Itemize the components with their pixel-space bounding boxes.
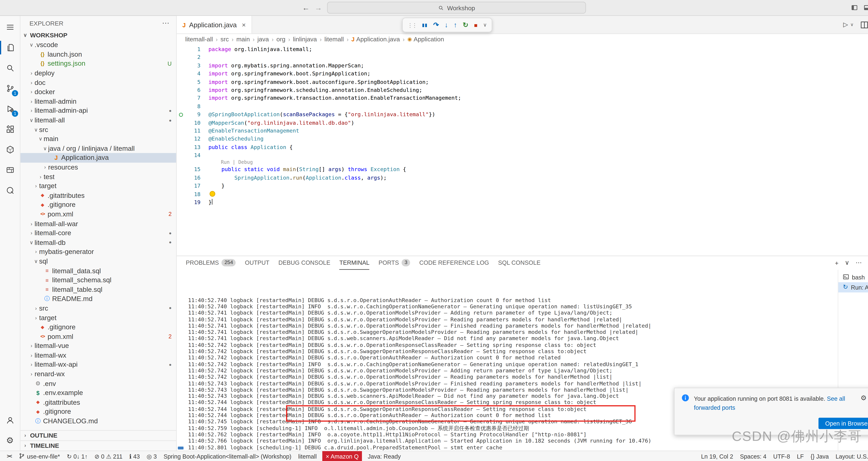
new-terminal-icon[interactable]: +	[835, 259, 838, 266]
chevron-down-icon[interactable]: ∨	[28, 117, 35, 123]
source-control-icon[interactable]: 1	[0, 78, 20, 98]
tree-item-gitignore[interactable]: ◆.gitignore	[20, 407, 176, 416]
drag-grip-icon[interactable]: ⋮⋮	[407, 22, 416, 28]
toggle-sidebar-icon[interactable]	[851, 4, 858, 11]
tree-item-gitignore[interactable]: ◆.gitignore	[20, 200, 176, 209]
tree-item-litemall-db[interactable]: ∨litemall-db●	[20, 238, 176, 247]
tree-item-litemall-wx-api[interactable]: ›litemall-wx-api●	[20, 360, 176, 369]
tree-item-java-org-linlinjava-litemall[interactable]: ∨java / org / linlinjava / litemall	[20, 144, 176, 153]
chevron-down-icon[interactable]: ∨	[33, 127, 39, 133]
nav-back-button[interactable]: ←	[302, 3, 310, 12]
tree-item-test[interactable]: ›test	[20, 172, 176, 181]
explorer-icon[interactable]	[0, 37, 20, 58]
chevron-down-icon[interactable]: ∨	[37, 136, 43, 142]
panel-tab-debug-console[interactable]: DEBUG CONSOLE	[278, 256, 330, 269]
menu-icon[interactable]	[0, 17, 20, 37]
chevron-right-icon[interactable]: ›	[28, 89, 35, 95]
statusbar-indentation[interactable]: Spaces: 4	[737, 451, 770, 461]
stop-icon[interactable]: ■	[474, 22, 477, 28]
statusbar-project-litemall[interactable]: litemall	[295, 451, 320, 461]
chevron-right-icon[interactable]: ›	[28, 371, 35, 377]
tree-item-litemall-vue[interactable]: ›litemall-vue	[20, 341, 176, 350]
more-actions-icon[interactable]: ⋯	[856, 259, 862, 266]
step-over-icon[interactable]: ↷	[433, 21, 439, 29]
tree-item-doc[interactable]: ›doc	[20, 78, 176, 87]
statusbar-eol[interactable]: LF	[794, 451, 807, 461]
tree-item-litemall-core[interactable]: ›litemall-core●	[20, 228, 176, 238]
chevron-right-icon[interactable]: ›	[33, 315, 39, 321]
tree-item-settings-json[interactable]: {}settings.jsonU	[20, 59, 176, 68]
breadcrumb-item-litemall[interactable]: litemall	[324, 36, 344, 42]
amazon-q-icon[interactable]	[0, 180, 20, 201]
chevron-right-icon[interactable]: ›	[28, 108, 35, 114]
statusbar-git-sync[interactable]: ↻ 0↓ 1↑	[63, 451, 91, 461]
panel-tab-code-reference-log[interactable]: CODE REFERENCE LOG	[419, 256, 489, 269]
nav-forward-button[interactable]: →	[315, 3, 322, 12]
breadcrumb-item-main[interactable]: main	[236, 36, 250, 42]
tree-item-litemall-table-sql[interactable]: ≡litemall_table.sql	[20, 285, 176, 294]
tree-item-changelog-md[interactable]: ⓘCHANGELOG.md	[20, 416, 176, 426]
chevron-right-icon[interactable]: ›	[28, 352, 35, 358]
tree-item-litemall-wx[interactable]: ›litemall-wx	[20, 350, 176, 360]
breadcrumb-item-application-java[interactable]: JApplication.java	[351, 36, 400, 42]
tab-application-java[interactable]: J Application.java ×	[177, 16, 252, 33]
panel-tab-ports[interactable]: PORTS3	[378, 256, 410, 269]
command-center-search[interactable]: Workshop	[327, 2, 586, 14]
tree-item-resources[interactable]: ›resources	[20, 163, 176, 172]
tree-item-deploy[interactable]: ›deploy	[20, 68, 176, 78]
chevron-right-icon[interactable]: ›	[28, 70, 35, 76]
run-or-debug-icon[interactable]: ▷	[843, 21, 848, 28]
statusbar-problems[interactable]: ⊘ 0 ⚠ 211	[91, 451, 126, 461]
launch-profile-icon[interactable]: ∨	[845, 259, 849, 266]
breadcrumb-item-org[interactable]: org	[276, 36, 285, 42]
panel-tab-sql-console[interactable]: SQL CONSOLE	[498, 256, 540, 269]
containers-icon[interactable]	[0, 160, 20, 180]
notification-settings-icon[interactable]: ⚙	[861, 394, 867, 402]
chevron-right-icon[interactable]: ›	[33, 249, 39, 255]
terminal-instance-run-applic[interactable]: ↻Run: Applic…	[838, 282, 868, 292]
tree-item-src[interactable]: ›src●	[20, 304, 176, 313]
breadcrumb-item-src[interactable]: src	[220, 36, 229, 42]
statusbar-forwarded-ports[interactable]: ◎ 3	[143, 451, 160, 461]
tree-item-application-java[interactable]: JApplication.java	[20, 153, 176, 163]
step-out-icon[interactable]: ↑	[454, 21, 457, 29]
panel-tab-terminal[interactable]: TERMINAL	[339, 256, 369, 269]
tree-item-docker[interactable]: ›docker	[20, 87, 176, 96]
code-editor[interactable]: 1package org.linlinjava.litemall;23impor…	[177, 44, 868, 255]
step-into-icon[interactable]: ↓	[444, 21, 448, 29]
tab-close-icon[interactable]: ×	[242, 21, 246, 29]
tree-item-pom-xml[interactable]: <>pom.xml2	[20, 332, 176, 341]
tree-item-litemall-all-war[interactable]: ›litemall-all-war	[20, 219, 176, 228]
breadcrumb-item-linlinjava[interactable]: linlinjava	[293, 36, 317, 42]
search-icon[interactable]	[0, 58, 20, 78]
tree-item-litemall-admin[interactable]: ›litemall-admin	[20, 97, 176, 106]
panel-tab-output[interactable]: OUTPUT	[245, 256, 270, 269]
explorer-more-actions-icon[interactable]: ⋯	[162, 19, 169, 27]
statusbar-language-mode[interactable]: {} Java	[807, 451, 832, 461]
statusbar-encoding[interactable]: UTF-8	[770, 451, 793, 461]
aws-toolkit-icon[interactable]	[0, 140, 20, 160]
chevron-down-icon[interactable]: ∨	[28, 239, 35, 245]
run-gutter-icon[interactable]	[177, 111, 186, 119]
breadcrumb-item-application[interactable]: ◉Application	[407, 36, 444, 42]
chevron-right-icon[interactable]: ›	[28, 221, 35, 227]
terminal-scrollbar[interactable]	[178, 446, 184, 449]
chevron-right-icon[interactable]: ›	[42, 164, 48, 170]
tree-item-gitattributes[interactable]: ◆.gitattributes	[20, 398, 176, 407]
statusbar-keyboard-layout[interactable]: Layout: U.S.	[832, 451, 868, 461]
tree-item-main[interactable]: ∨main	[20, 134, 176, 144]
tree-item-vscode[interactable]: ∨.vscode	[20, 40, 176, 50]
restart-icon[interactable]: ↻	[463, 21, 468, 29]
tree-item-target[interactable]: ›target	[20, 181, 176, 191]
statusbar-amazon-q[interactable]: × Amazon Q	[322, 451, 362, 461]
statusbar-cursor-position[interactable]: Ln 19, Col 2	[698, 451, 737, 461]
tree-item-mybatis-generator[interactable]: ›mybatis-generator	[20, 247, 176, 257]
pause-icon[interactable]: ▮▮	[422, 22, 428, 27]
chevron-right-icon[interactable]: ›	[28, 230, 35, 236]
tree-item-gitignore[interactable]: ◆.gitignore	[20, 322, 176, 332]
tree-item-pom-xml[interactable]: <>pom.xml2	[20, 209, 176, 219]
chevron-right-icon[interactable]: ›	[33, 183, 39, 189]
chevron-right-icon[interactable]: ›	[28, 362, 35, 368]
tree-item-env[interactable]: ⚙.env	[20, 379, 176, 388]
open-in-browser-button[interactable]: Open in Browser	[818, 417, 868, 429]
